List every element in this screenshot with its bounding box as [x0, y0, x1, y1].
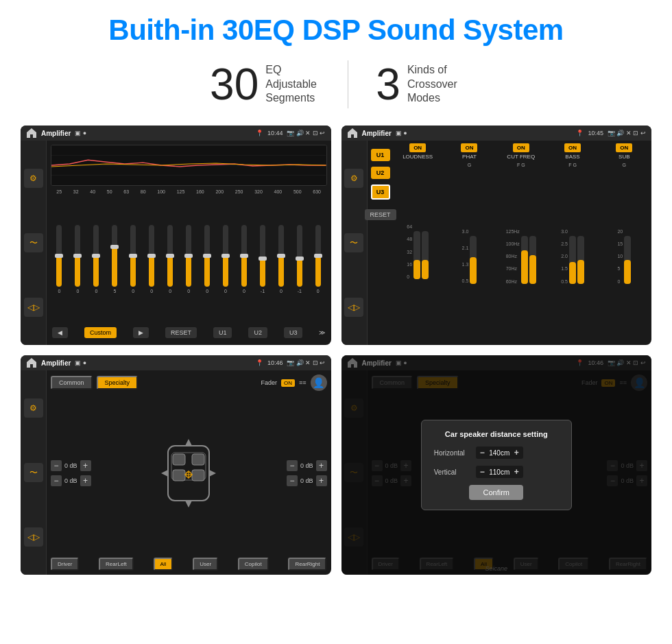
eq-slider-5[interactable]: 0 [130, 197, 136, 322]
u1-btn[interactable]: U1 [213, 327, 232, 338]
dialog-horizontal-row: Horizontal − 140cm + [434, 446, 559, 459]
u3-btn[interactable]: U3 [284, 327, 303, 338]
u3-crossover-btn[interactable]: U3 [371, 184, 390, 200]
eq-wave-icon[interactable]: 〜 [24, 233, 43, 252]
distance-dialog-overlay: Car speaker distance setting Horizontal … [341, 355, 652, 575]
horizontal-control: − 140cm + [476, 446, 523, 459]
stats-row: 30 EQ AdjustableSegments 3 Kinds ofCross… [182, 60, 490, 108]
crossover-screen-content: ⚙ 〜 ◁▷ U1 U2 U3 RESET [341, 141, 652, 345]
eq-slider-11[interactable]: 0 [241, 197, 247, 322]
screen-distance-dialog: Amplifier ▣ ● 📍 10:46 📷 🔊 ✕ ⊡ ↩ ⚙ 〜 ◁▷ [341, 355, 652, 575]
vol-fl-plus[interactable]: + [80, 460, 91, 471]
vol-fr-minus[interactable]: − [287, 460, 298, 471]
channel-bass: ON BASS F G 3.02.52.01.50.5 [548, 143, 597, 342]
eq-slider-14[interactable]: -1 [297, 197, 302, 322]
eq-slider-10[interactable]: 0 [223, 197, 228, 322]
vol-rl-minus[interactable]: − [51, 475, 62, 486]
home-icon-2 [347, 128, 358, 139]
all-btn[interactable]: All [154, 558, 173, 571]
eq-slider-15[interactable]: 0 [315, 197, 321, 322]
cutfreq-label: CUT FREQ [507, 154, 535, 160]
vertical-value: 110cm [488, 468, 512, 476]
eq-slider-2[interactable]: 0 [75, 197, 80, 322]
vertical-control: − 110cm + [476, 466, 523, 478]
eq-slider-13[interactable]: 0 [278, 197, 284, 322]
user-btn[interactable]: User [193, 558, 218, 571]
eq-slider-4[interactable]: 5 [112, 197, 117, 322]
eq-volume-icon[interactable]: ◁▷ [24, 298, 43, 317]
spec-sidebar-3: ⚙ 〜 ◁▷ [21, 370, 47, 575]
eq-graph [51, 145, 327, 186]
eq-slider-3[interactable]: 0 [93, 197, 99, 322]
eq-slider-1[interactable]: 0 [56, 197, 62, 322]
vertical-plus[interactable]: + [514, 467, 519, 477]
spec-main-3: Common Specialty Fader ON ≡≡ 👤 [47, 370, 331, 575]
eq-slider-6[interactable]: 0 [149, 197, 154, 322]
driver-btn[interactable]: Driver [51, 558, 79, 571]
eq-tune-icon[interactable]: ⚙ [24, 169, 43, 188]
horizontal-minus[interactable]: − [480, 448, 485, 457]
channel-loudness: ON LOUDNESS 644832160 [394, 143, 442, 342]
bass-label: BASS [565, 154, 579, 160]
sub-slider[interactable] [624, 236, 631, 284]
eq-volume-icon-2[interactable]: ◁▷ [344, 298, 363, 317]
bass-slider-r[interactable] [577, 236, 584, 284]
copilot-btn[interactable]: Copilot [238, 558, 269, 571]
eq-graph-svg [51, 145, 326, 185]
cutfreq-slider-l[interactable] [521, 236, 528, 284]
side-controls-1: ⚙ 〜 ◁▷ [21, 141, 47, 345]
prev-btn[interactable]: ◀ [52, 327, 68, 338]
phat-slider[interactable] [470, 236, 477, 284]
sub-label: SUB [619, 154, 629, 160]
vertical-minus[interactable]: − [480, 467, 485, 477]
rearright-btn[interactable]: RearRight [288, 558, 326, 571]
vol-fr-plus[interactable]: + [316, 460, 327, 471]
screen2-title: Amplifier [362, 130, 392, 137]
horizontal-label: Horizontal [434, 449, 472, 457]
screen1-time: 10:44 [267, 130, 283, 136]
eq-slider-12[interactable]: -1 [260, 197, 265, 322]
stat-eq-number: 30 [210, 62, 259, 106]
sub-on-badge: ON [616, 143, 632, 152]
vol-rr-minus[interactable]: − [287, 475, 298, 486]
reset-btn[interactable]: RESET [165, 327, 197, 338]
horizontal-plus[interactable]: + [514, 448, 519, 457]
common-tab-3[interactable]: Common [51, 376, 93, 390]
home-icon-3 [26, 357, 37, 368]
u1-crossover-btn[interactable]: U1 [371, 149, 390, 161]
loudness-slider-r[interactable] [422, 231, 429, 279]
bass-slider-l[interactable] [569, 236, 576, 284]
spec-wave-icon[interactable]: 〜 [24, 463, 43, 482]
u2-btn[interactable]: U2 [248, 327, 267, 338]
confirm-button[interactable]: Confirm [469, 485, 523, 500]
u2-crossover-btn[interactable]: U2 [371, 167, 390, 179]
svg-rect-9 [192, 470, 204, 481]
loudness-label: LOUDNESS [403, 154, 433, 160]
stat-crossover-label: Kinds ofCrossover Modes [407, 63, 462, 106]
loudness-slider-l[interactable] [413, 231, 420, 279]
rearleft-btn[interactable]: RearLeft [99, 558, 134, 571]
eq-slider-8[interactable]: 0 [186, 197, 191, 322]
screens-grid: Amplifier ▣ ● 📍 10:44 📷 🔊 ✕ ⊡ ↩ ⚙ 〜 ◁▷ [21, 126, 651, 575]
cutfreq-slider-r[interactable] [529, 236, 536, 284]
specialty-tab-3[interactable]: Specialty [97, 376, 139, 390]
eq-bottom-controls: ◀ Custom ▶ RESET U1 U2 U3 ≫ [51, 324, 327, 341]
vol-rl-plus[interactable]: + [80, 475, 91, 486]
screen-eq: Amplifier ▣ ● 📍 10:44 📷 🔊 ✕ ⊡ ↩ ⚙ 〜 ◁▷ [21, 126, 331, 345]
eq-tune-icon-2[interactable]: ⚙ [344, 169, 363, 188]
vol-row-fl: − 0 dB + [51, 460, 91, 471]
next-btn[interactable]: ▶ [133, 327, 149, 338]
status-bar-3: Amplifier ▣ ● 📍 10:46 📷 🔊 ✕ ⊡ ↩ [21, 355, 331, 370]
dialog-vertical-row: Vertical − 110cm + [434, 466, 559, 478]
fader-label-3: Fader [261, 379, 277, 386]
eq-slider-9[interactable]: 0 [204, 197, 210, 322]
vol-rr-plus[interactable]: + [316, 475, 327, 486]
vol-fl-minus[interactable]: − [51, 460, 62, 471]
spec-volume-icon[interactable]: ◁▷ [24, 527, 43, 547]
crossover-reset-btn[interactable]: RESET [365, 209, 396, 220]
spec-tune-icon[interactable]: ⚙ [24, 398, 43, 418]
eq-wave-icon-2[interactable]: 〜 [344, 233, 363, 252]
vertical-label: Vertical [434, 468, 472, 476]
stat-eq: 30 EQ AdjustableSegments [182, 62, 348, 106]
eq-slider-7[interactable]: 0 [167, 197, 173, 322]
